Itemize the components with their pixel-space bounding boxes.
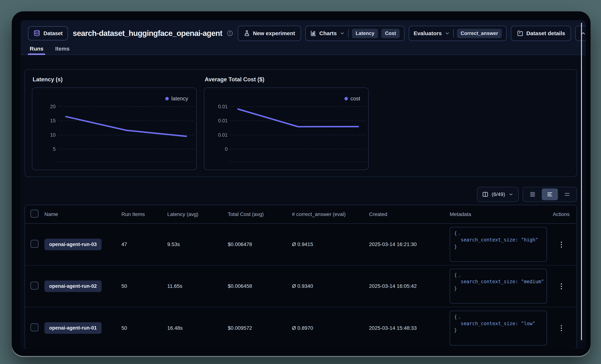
chart-card: cost 0.010.010.010: [204, 87, 369, 170]
charts-dropdown-button[interactable]: Charts: [310, 30, 345, 37]
latency-cell: 11.65s: [164, 265, 225, 307]
created-cell: 2025-03-14 15:48:33: [366, 307, 447, 349]
svg-text:0.01: 0.01: [218, 118, 228, 124]
table-row: openai-agent-run-03 47 9.53s $0.006478 Ø…: [25, 223, 577, 265]
table-row: openai-agent-run-02 50 11.65s $0.006458 …: [25, 265, 577, 307]
folder-icon: [517, 30, 523, 37]
tab-items[interactable]: Items: [54, 43, 70, 55]
metadata-json[interactable]: {⌄ search_context_size: "medium" }: [450, 269, 547, 304]
run-name-badge[interactable]: openai-agent-run-02: [44, 280, 102, 292]
chart-title: Latency (s): [33, 76, 197, 83]
correct-answer-cell: Ø 0.9340: [289, 265, 366, 307]
row-height-toggle: [523, 187, 577, 202]
row-height-small-button[interactable]: [524, 189, 541, 200]
column-header-run-items: Run Items: [119, 205, 164, 223]
total-cost-cell: $0.006478: [225, 223, 289, 265]
svg-text:10: 10: [50, 132, 56, 138]
tab-runs[interactable]: Runs: [29, 43, 44, 55]
chart-chip-cost[interactable]: Cost: [381, 29, 400, 38]
metadata-json[interactable]: {⌄ search_context_size: "high" }: [450, 227, 547, 262]
dataset-badge-label: Dataset: [43, 30, 63, 37]
latency-cell: 16.48s: [164, 307, 225, 349]
runs-tab-content: Latency (s) latency 2015105 Average Tota…: [20, 55, 586, 348]
new-experiment-label: New experiment: [253, 30, 295, 37]
row-actions-button[interactable]: ⋮: [558, 241, 565, 248]
latency-chart: Latency (s) latency 2015105: [32, 76, 197, 170]
page-title: search-dataset_huggingface_openai-agent: [73, 29, 222, 38]
svg-text:20: 20: [50, 104, 56, 109]
created-cell: 2025-03-14 16:21:30: [366, 223, 447, 265]
column-header-total-cost: Total Cost (avg): [225, 205, 289, 223]
svg-text:0.01: 0.01: [218, 132, 228, 138]
metadata-json[interactable]: {⌄ search_context_size: "low" }: [450, 311, 547, 345]
chart-card: latency 2015105: [32, 87, 197, 170]
chart-chip-latency[interactable]: Latency: [352, 29, 378, 38]
bar-chart-icon: [310, 30, 316, 37]
run-name-badge[interactable]: openai-agent-run-03: [44, 239, 102, 250]
row-height-medium-button[interactable]: [542, 189, 558, 200]
chevron-down-icon: [445, 31, 450, 36]
run-items-cell: 50: [119, 265, 164, 307]
app-window: Dataset search-dataset_huggingface_opena…: [12, 11, 591, 356]
row-checkbox[interactable]: [30, 240, 39, 248]
latency-cell: 9.53s: [164, 223, 225, 265]
total-cost-cell: $0.006458: [225, 265, 289, 307]
correct-answer-cell: Ø 0.8970: [289, 307, 366, 349]
run-items-cell: 50: [119, 307, 164, 349]
runs-table: Name Run Items Latency (avg) Total Cost …: [25, 205, 577, 349]
active-tab-underline: [28, 54, 45, 55]
evaluators-group: Evaluators Correct_answer: [409, 26, 507, 41]
charts-dropdown-label: Charts: [319, 30, 337, 37]
column-header-actions: Actions: [550, 205, 577, 223]
column-header-latency: Latency (avg): [164, 205, 225, 223]
new-experiment-button[interactable]: New experiment: [238, 26, 301, 41]
table-row: openai-agent-run-01 50 16.48s $0.009572 …: [25, 307, 577, 349]
row-checkbox[interactable]: [30, 282, 39, 290]
table-controls: (6/49): [25, 187, 577, 202]
svg-text:0: 0: [225, 146, 228, 152]
column-header-name: Name: [41, 205, 119, 223]
collapse-caret-icon[interactable]: ⌄: [459, 315, 461, 319]
row-height-large-button[interactable]: [559, 189, 575, 200]
row-actions-button[interactable]: ⋮: [558, 325, 565, 331]
divider: [453, 29, 454, 38]
vertical-scrollbar[interactable]: [581, 23, 582, 340]
table-header-row: Name Run Items Latency (avg) Total Cost …: [25, 205, 577, 223]
svg-text:5: 5: [53, 146, 56, 152]
row-actions-button[interactable]: ⋮: [558, 283, 565, 290]
app-header: Dataset search-dataset_huggingface_opena…: [20, 20, 586, 43]
dataset-badge: Dataset: [28, 26, 68, 40]
chevron-down-icon: [508, 192, 513, 197]
charts-panel: Latency (s) latency 2015105 Average Tota…: [25, 69, 577, 177]
collapse-caret-icon[interactable]: ⌄: [459, 231, 461, 236]
metadata-content: search_context_size: "medium": [454, 278, 542, 285]
collapse-caret-icon[interactable]: ⌄: [459, 273, 461, 278]
cost-line-plot: 0.010.010.010: [204, 88, 368, 170]
select-all-checkbox[interactable]: [30, 210, 39, 218]
info-icon[interactable]: [227, 30, 233, 36]
created-cell: 2025-03-14 16:05:42: [366, 265, 447, 307]
column-visibility-button[interactable]: (6/49): [477, 187, 519, 202]
flask-icon: [244, 30, 250, 37]
run-name-badge[interactable]: openai-agent-run-01: [44, 322, 102, 334]
columns-icon: [482, 191, 488, 198]
header-actions: New experiment Charts: [238, 26, 586, 41]
metadata-content: search_context_size: "low": [454, 320, 542, 327]
divider: [348, 29, 349, 38]
column-header-metadata: Metadata: [447, 205, 550, 223]
dataset-details-label: Dataset details: [526, 30, 565, 37]
database-icon: [33, 29, 40, 37]
column-header-created: Created: [366, 205, 447, 223]
metadata-content: search_context_size: "high": [454, 237, 542, 243]
app-content: Dataset search-dataset_huggingface_opena…: [20, 20, 586, 349]
total-cost-cell: $0.009572: [225, 307, 289, 349]
evaluators-dropdown-button[interactable]: Evaluators: [414, 30, 450, 37]
previous-run-button[interactable]: K: [575, 26, 586, 41]
charts-group: Charts Latency Cost: [305, 26, 405, 41]
evaluator-chip-correct-answer[interactable]: Correct_answer: [457, 29, 502, 38]
chevron-down-icon: [340, 31, 345, 36]
dataset-details-button[interactable]: Dataset details: [511, 26, 571, 41]
latency-line-plot: 2015105: [32, 88, 196, 170]
row-checkbox[interactable]: [30, 323, 39, 331]
correct-answer-cell: Ø 0.9415: [289, 223, 366, 265]
